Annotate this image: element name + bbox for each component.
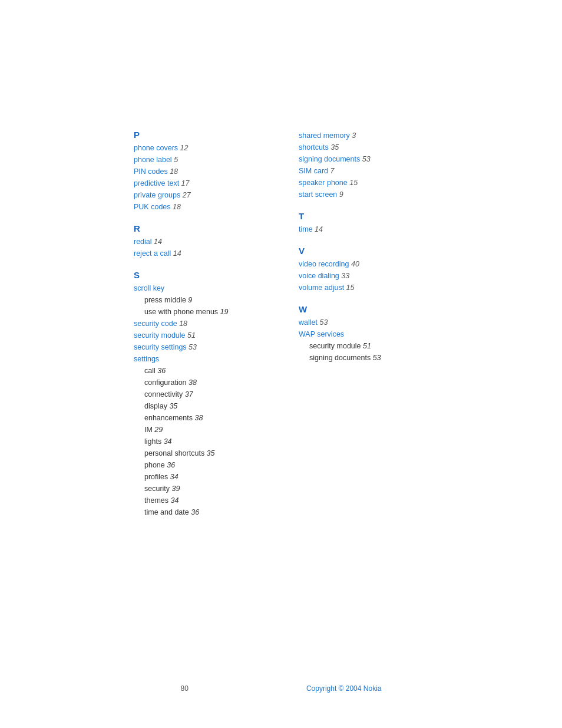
subitem-use-with-phone-menus: use with phone menus 19 xyxy=(144,306,263,318)
index-item-shared-memory[interactable]: shared memory 3 xyxy=(299,130,428,141)
index-columns: P phone covers 12 phone label 5 PIN code… xyxy=(0,130,562,529)
subitem-time-and-date: time and date 36 xyxy=(144,506,263,518)
index-item-phone-covers[interactable]: phone covers 12 xyxy=(134,142,263,154)
index-item-wallet[interactable]: wallet 53 xyxy=(299,317,428,328)
index-item-settings[interactable]: settings xyxy=(134,353,263,365)
index-item-pin-codes[interactable]: PIN codes 18 xyxy=(134,166,263,177)
section-letter-T: T xyxy=(299,211,428,221)
index-item-signing-documents[interactable]: signing documents 53 xyxy=(299,153,428,165)
subitem-configuration: configuration 38 xyxy=(144,377,263,388)
footer-copyright: Copyright © 2004 Nokia xyxy=(306,684,382,693)
subitem-profiles: profiles 34 xyxy=(144,471,263,483)
index-item-security-settings[interactable]: security settings 53 xyxy=(134,341,263,353)
scroll-key-subitems: press middle 9 use with phone menus 19 xyxy=(144,294,263,318)
index-item-speaker-phone[interactable]: speaker phone 15 xyxy=(299,177,428,189)
section-P: P phone covers 12 phone label 5 PIN code… xyxy=(134,130,263,213)
section-R: R redial 14 reject a call 14 xyxy=(134,223,263,259)
settings-subitems: call 36 configuration 38 connectivity 37… xyxy=(144,365,263,518)
section-letter-P: P xyxy=(134,130,263,140)
subitem-lights: lights 34 xyxy=(144,436,263,447)
subitem-enhancements: enhancements 38 xyxy=(144,412,263,424)
index-item-voice-dialing[interactable]: voice dialing 33 xyxy=(299,270,428,282)
index-item-start-screen[interactable]: start screen 9 xyxy=(299,189,428,200)
subitem-call: call 36 xyxy=(144,365,263,377)
index-item-predictive-text[interactable]: predictive text 17 xyxy=(134,177,263,189)
section-letter-V: V xyxy=(299,246,428,256)
subitem-themes: themes 34 xyxy=(144,495,263,506)
left-column: P phone covers 12 phone label 5 PIN code… xyxy=(134,130,263,529)
subitem-phone: phone 36 xyxy=(144,459,263,471)
subitem-im: IM 29 xyxy=(144,424,263,436)
wap-services-subitems: security module 51 signing documents 53 xyxy=(309,340,428,364)
section-V: V video recording 40 voice dialing 33 vo… xyxy=(299,246,428,294)
index-item-reject-a-call[interactable]: reject a call 14 xyxy=(134,248,263,259)
index-item-security-module[interactable]: security module 51 xyxy=(134,330,263,341)
index-item-video-recording[interactable]: video recording 40 xyxy=(299,258,428,270)
subitem-display: display 35 xyxy=(144,400,263,412)
subitem-security: security 39 xyxy=(144,483,263,495)
section-letter-W: W xyxy=(299,304,428,314)
index-item-shortcuts[interactable]: shortcuts 35 xyxy=(299,141,428,153)
page-container: P phone covers 12 phone label 5 PIN code… xyxy=(0,0,562,728)
index-item-security-code[interactable]: security code 18 xyxy=(134,318,263,330)
index-item-private-groups[interactable]: private groups 27 xyxy=(134,189,263,201)
section-S: S scroll key press middle 9 use with pho… xyxy=(134,270,263,518)
subitem-wap-signing-documents: signing documents 53 xyxy=(309,352,428,364)
footer-page-number: 80 xyxy=(181,684,189,693)
section-S-continued: shared memory 3 shortcuts 35 signing doc… xyxy=(299,130,428,200)
subitem-connectivity: connectivity 37 xyxy=(144,388,263,400)
section-letter-R: R xyxy=(134,223,263,233)
subitem-press-middle: press middle 9 xyxy=(144,294,263,306)
index-item-sim-card[interactable]: SIM card 7 xyxy=(299,165,428,177)
index-item-puk-codes[interactable]: PUK codes 18 xyxy=(134,201,263,213)
index-item-wap-services[interactable]: WAP services xyxy=(299,328,428,340)
subitem-wap-security-module: security module 51 xyxy=(309,340,428,352)
section-W: W wallet 53 WAP services security module… xyxy=(299,304,428,364)
right-column: shared memory 3 shortcuts 35 signing doc… xyxy=(299,130,428,529)
page-footer: 80 Copyright © 2004 Nokia xyxy=(0,684,562,693)
index-item-phone-label[interactable]: phone label 5 xyxy=(134,154,263,166)
section-T: T time 14 xyxy=(299,211,428,235)
section-letter-S: S xyxy=(134,270,263,280)
subitem-personal-shortcuts: personal shortcuts 35 xyxy=(144,447,263,459)
index-item-volume-adjust[interactable]: volume adjust 15 xyxy=(299,282,428,294)
index-item-time[interactable]: time 14 xyxy=(299,223,428,235)
index-item-scroll-key[interactable]: scroll key xyxy=(134,282,263,294)
index-item-redial[interactable]: redial 14 xyxy=(134,236,263,248)
